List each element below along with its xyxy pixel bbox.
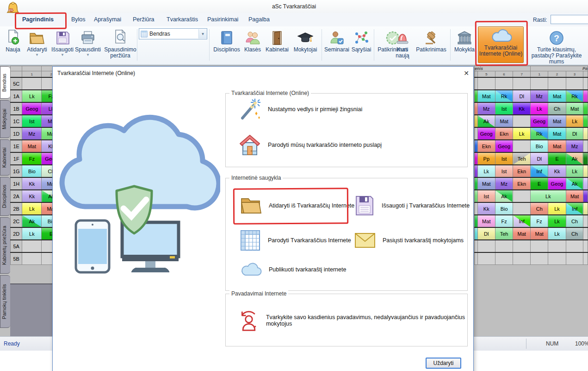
- timetable-cell[interactable]: [22, 252, 42, 265]
- clipped-cell[interactable]: [583, 152, 588, 165]
- timetable-cell[interactable]: Geog: [22, 102, 42, 115]
- row-header[interactable]: 5B: [11, 252, 22, 265]
- timetable-cell[interactable]: Inf: [513, 215, 531, 227]
- timetable-cell[interactable]: [495, 77, 513, 90]
- timetable-cell[interactable]: Mat: [566, 190, 583, 202]
- item-open-from-online[interactable]: Atidaryti iš Tvarkaraščių Internete: [240, 193, 354, 219]
- timetable-cell[interactable]: Kk: [42, 140, 52, 152]
- timetable-cell[interactable]: [566, 77, 583, 90]
- print-preview-button[interactable]: Spausdinimo peržiūra: [102, 27, 138, 59]
- timetable-cell[interactable]: Teh: [495, 227, 513, 240]
- timetable-cell[interactable]: [477, 252, 495, 265]
- row-header[interactable]: 2D: [11, 227, 22, 240]
- timetable-cell[interactable]: Bio: [22, 165, 42, 177]
- relations-button[interactable]: Sąryšiai: [351, 27, 372, 53]
- timetable-cell[interactable]: Lk: [566, 165, 583, 177]
- timetable-cell[interactable]: Dl: [513, 90, 531, 102]
- timetable-cell[interactable]: [531, 240, 548, 252]
- classrooms-button[interactable]: Kabinetai: [264, 27, 291, 53]
- timetable-cell[interactable]: Rk: [566, 90, 583, 102]
- row-header[interactable]: 2C: [11, 215, 22, 227]
- new-button[interactable]: Nauja: [3, 27, 23, 53]
- print-button[interactable]: Spausdinti ▼: [74, 27, 102, 57]
- timetable-cell[interactable]: [42, 77, 52, 90]
- timetable-cell[interactable]: Ak: [495, 190, 513, 202]
- clipped-cell[interactable]: [475, 165, 478, 177]
- clipped-cell[interactable]: [475, 77, 478, 90]
- timetable-cell[interactable]: [22, 240, 42, 252]
- timetable-cell[interactable]: Bio: [531, 140, 548, 152]
- sidebar-tab-bendras[interactable]: Bendras: [0, 66, 10, 99]
- timetable-cell[interactable]: Geog: [548, 177, 566, 190]
- dropdown-arrow[interactable]: ▼: [61, 53, 64, 57]
- combo-dropdown-button[interactable]: ▼: [198, 29, 207, 38]
- timetable-cell[interactable]: Mat: [42, 127, 52, 140]
- timetable-cell[interactable]: Mz: [22, 127, 42, 140]
- clipped-cell[interactable]: [475, 202, 478, 215]
- timetable-cell[interactable]: E: [531, 177, 548, 190]
- timetable-cell[interactable]: Mz: [531, 90, 548, 102]
- timetable-cell[interactable]: Ak: [566, 152, 583, 165]
- timetable-cell[interactable]: Ekn: [495, 127, 513, 140]
- clipped-cell[interactable]: [475, 252, 478, 265]
- timetable-cell[interactable]: Mat: [548, 127, 566, 140]
- tab-tvarkarastis[interactable]: Tvarkaraštis: [167, 16, 198, 23]
- timetable-cell[interactable]: Ekn: [513, 177, 531, 190]
- timetable-cell[interactable]: [513, 252, 531, 265]
- timetable-cell[interactable]: Bio: [42, 215, 52, 227]
- row-header[interactable]: 1A: [11, 90, 22, 102]
- item-show-online-timetables[interactable]: Parodyti Tvarkaraščius Internete (O: [240, 228, 352, 253]
- timetable-cell[interactable]: Mat: [477, 90, 495, 102]
- timetable-cell[interactable]: Lk: [548, 227, 566, 240]
- timetable-cell[interactable]: [477, 77, 495, 90]
- clipped-cell[interactable]: [475, 102, 478, 115]
- clipped-cell[interactable]: [583, 165, 588, 177]
- item-save-to-online[interactable]: Išsaugoti į Tvarkaraščius Internete: [354, 193, 470, 219]
- timetable-cell[interactable]: Ist: [495, 165, 513, 177]
- timetable-cell[interactable]: Mat: [477, 215, 495, 227]
- row-header[interactable]: 1H: [11, 177, 22, 190]
- timetable-cell[interactable]: [513, 77, 531, 90]
- timetable-cell[interactable]: Lk: [548, 215, 566, 227]
- timetable-cell[interactable]: Ch: [531, 202, 548, 215]
- timetable-cell[interactable]: Ch: [548, 102, 566, 115]
- timetable-cell[interactable]: Ist: [495, 152, 513, 165]
- timetable-cell[interactable]: Geog: [531, 115, 548, 127]
- timetable-cell[interactable]: [513, 190, 531, 202]
- tab-bylos[interactable]: Bylos: [71, 16, 86, 23]
- timetable-cell[interactable]: Lk: [22, 227, 42, 240]
- row-header[interactable]: 1D: [11, 127, 22, 140]
- save-button[interactable]: Išsaugoti ▼: [51, 27, 74, 57]
- clipped-cell[interactable]: [583, 102, 588, 115]
- row-header[interactable]: 5C: [11, 77, 22, 90]
- clipped-cell[interactable]: [583, 115, 588, 127]
- timetable-cell[interactable]: [495, 252, 513, 265]
- timetable-cell[interactable]: Ak: [477, 115, 495, 127]
- sidebar-tab-disciplinos[interactable]: Disciplinos: [0, 177, 10, 216]
- view-combobox[interactable]: Bendras ▼: [139, 28, 207, 39]
- clipped-cell[interactable]: [583, 127, 588, 140]
- timetable-cell[interactable]: Geog: [42, 152, 52, 165]
- timetable-cell[interactable]: Mat: [548, 90, 566, 102]
- timetable-cell[interactable]: Ak: [566, 177, 583, 190]
- sidebar-tab-kabinetai[interactable]: Kabinetai: [0, 139, 10, 176]
- timetable-cell[interactable]: E: [42, 227, 52, 240]
- row-header[interactable]: 1G: [11, 165, 22, 177]
- clipped-cell[interactable]: [583, 140, 588, 152]
- timetable-cell[interactable]: Ch: [42, 165, 52, 177]
- timetable-cell[interactable]: Mat: [495, 115, 513, 127]
- tab-pagrindinis[interactable]: Pagrindinis: [22, 16, 54, 23]
- timetable-cell[interactable]: [495, 240, 513, 252]
- sidebar-tab-kabinetu-prieziura[interactable]: Kabinetų priežiūra: [0, 217, 10, 274]
- timetable-cell[interactable]: Mat: [548, 115, 566, 127]
- clipped-cell[interactable]: [583, 215, 588, 227]
- clipped-cell[interactable]: [475, 177, 478, 190]
- timetable-cell[interactable]: Mz: [495, 177, 513, 190]
- clipped-cell[interactable]: [475, 140, 478, 152]
- timetable-cell[interactable]: Lk: [513, 127, 531, 140]
- school-button[interactable]: Mokykla: [452, 27, 477, 53]
- status-zoom[interactable]: 100%: [575, 340, 588, 347]
- timetable-cell[interactable]: Mat: [42, 177, 52, 190]
- timetable-cell[interactable]: Lk: [477, 165, 495, 177]
- timetable-cell[interactable]: Dl: [477, 227, 495, 240]
